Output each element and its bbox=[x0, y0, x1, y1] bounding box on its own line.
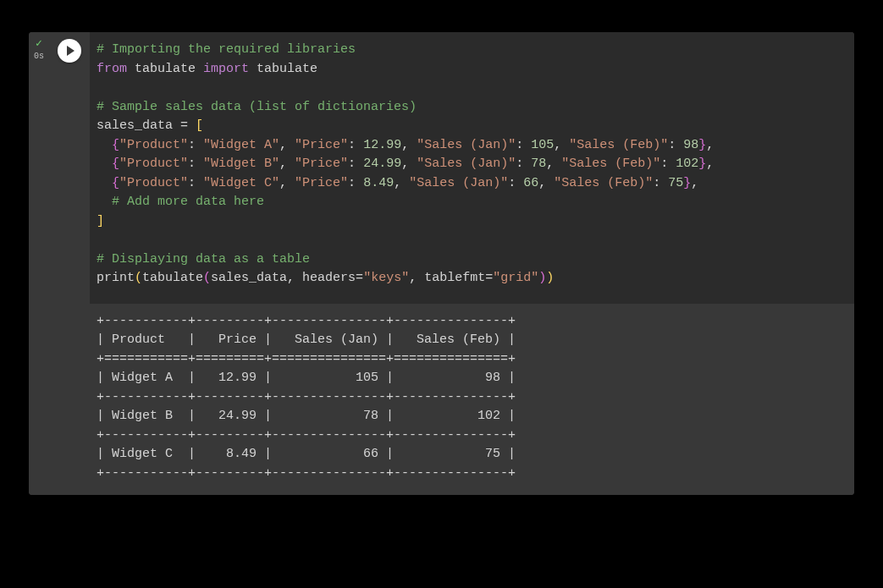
open-brace: { bbox=[112, 138, 119, 152]
output-line: | Widget B | 24.99 | 78 | 102 | bbox=[97, 409, 516, 423]
close-paren: ) bbox=[546, 271, 554, 285]
output-line: +===========+=========+===============+=… bbox=[97, 352, 516, 366]
comma: , bbox=[546, 157, 561, 171]
colon: : bbox=[660, 157, 676, 171]
colon: : bbox=[653, 176, 668, 190]
colon: : bbox=[348, 138, 363, 152]
comma: , bbox=[691, 176, 698, 190]
module-name: tabulate bbox=[127, 62, 203, 76]
dict-key: "Sales (Feb)" bbox=[554, 176, 653, 190]
arg-name: sales_data bbox=[211, 271, 287, 285]
colon: : bbox=[516, 157, 531, 171]
colon: : bbox=[508, 176, 523, 190]
num-literal: 66 bbox=[523, 176, 538, 190]
dict-key: "Price" bbox=[295, 176, 348, 190]
comma: , bbox=[538, 176, 554, 190]
code-area: ✓ 0s # Importing the required libraries … bbox=[29, 32, 854, 304]
output-area: +-----------+---------+---------------+-… bbox=[29, 304, 854, 496]
colon: : bbox=[348, 157, 363, 171]
op-assign: = bbox=[180, 118, 196, 133]
output-line: +-----------+---------+---------------+-… bbox=[97, 390, 516, 404]
open-paren: ( bbox=[203, 271, 211, 285]
import-name: tabulate bbox=[249, 62, 317, 76]
output-line: +-----------+---------+---------------+-… bbox=[97, 314, 516, 328]
dict-key: "Sales (Feb)" bbox=[569, 138, 668, 152]
dict-val: "Widget C" bbox=[203, 176, 279, 190]
num-literal: 105 bbox=[531, 138, 554, 152]
colon: : bbox=[188, 176, 203, 190]
notebook-cell: ✓ 0s # Importing the required libraries … bbox=[29, 32, 854, 495]
num-literal: 75 bbox=[668, 176, 683, 190]
run-column bbox=[49, 32, 90, 304]
code-comment: # Importing the required libraries bbox=[97, 42, 356, 57]
close-bracket: ] bbox=[97, 214, 104, 228]
exec-time-label: 0s bbox=[34, 52, 44, 62]
code-comment: # Displaying data as a table bbox=[97, 252, 310, 267]
colon: : bbox=[668, 138, 683, 152]
play-icon bbox=[67, 46, 75, 56]
dict-key: "Product" bbox=[119, 138, 188, 152]
colon: : bbox=[348, 176, 363, 190]
cell-output: +-----------+---------+---------------+-… bbox=[90, 304, 854, 496]
code-comment: # Sample sales data (list of dictionarie… bbox=[97, 100, 417, 114]
output-line: +-----------+---------+---------------+-… bbox=[97, 466, 516, 481]
comma: , bbox=[279, 138, 295, 152]
dict-val: "Widget A" bbox=[203, 138, 279, 152]
kwarg-key: tablefmt bbox=[424, 271, 485, 285]
output-line: | Widget C | 8.49 | 66 | 75 | bbox=[97, 447, 516, 461]
output-line: | Product | Price | Sales (Jan) | Sales … bbox=[97, 332, 516, 347]
comma: , bbox=[554, 138, 569, 152]
num-literal: 98 bbox=[683, 138, 698, 152]
dict-key: "Sales (Jan)" bbox=[409, 176, 508, 190]
close-brace: } bbox=[698, 138, 706, 152]
output-line: | Widget A | 12.99 | 105 | 98 | bbox=[97, 371, 516, 385]
open-brace: { bbox=[112, 157, 119, 171]
close-brace: } bbox=[698, 157, 706, 171]
output-line: +-----------+---------+---------------+-… bbox=[97, 428, 516, 442]
comma: , bbox=[279, 176, 295, 190]
comma: , bbox=[394, 176, 409, 190]
comma: , bbox=[401, 138, 417, 152]
dict-key: "Product" bbox=[119, 176, 188, 190]
comma: , bbox=[409, 271, 424, 285]
dict-key: "Sales (Jan)" bbox=[417, 138, 516, 152]
close-brace: } bbox=[683, 176, 691, 190]
open-brace: { bbox=[112, 176, 119, 190]
kw-import: import bbox=[203, 62, 249, 76]
open-bracket: [ bbox=[196, 118, 203, 133]
comma: , bbox=[706, 157, 714, 171]
num-literal: 24.99 bbox=[363, 157, 401, 171]
output-gutter bbox=[29, 304, 90, 496]
colon: : bbox=[188, 157, 203, 171]
op-assign: = bbox=[356, 271, 363, 285]
kw-from: from bbox=[97, 62, 127, 76]
comma: , bbox=[401, 157, 417, 171]
colon: : bbox=[188, 138, 203, 152]
dict-key: "Price" bbox=[295, 157, 348, 171]
fn-tabulate: tabulate bbox=[142, 271, 203, 285]
dict-key: "Sales (Feb)" bbox=[561, 157, 660, 171]
code-comment: # Add more data here bbox=[112, 195, 264, 209]
dict-key: "Sales (Jan)" bbox=[417, 157, 516, 171]
num-literal: 102 bbox=[676, 157, 698, 171]
comma: , bbox=[279, 157, 295, 171]
dict-val: "Widget B" bbox=[203, 157, 279, 171]
var-name: sales_data bbox=[97, 118, 180, 133]
kwarg-val: "grid" bbox=[493, 271, 538, 285]
code-editor[interactable]: # Importing the required libraries from … bbox=[90, 32, 854, 304]
num-literal: 8.49 bbox=[363, 176, 394, 190]
check-icon: ✓ bbox=[36, 37, 42, 51]
open-paren: ( bbox=[135, 271, 142, 285]
kwarg-val: "keys" bbox=[363, 271, 409, 285]
num-literal: 12.99 bbox=[363, 138, 401, 152]
dict-key: "Product" bbox=[119, 157, 188, 171]
kwarg-key: headers bbox=[302, 271, 356, 285]
num-literal: 78 bbox=[531, 157, 546, 171]
run-cell-button[interactable] bbox=[58, 39, 81, 63]
comma: , bbox=[287, 271, 302, 285]
fn-print: print bbox=[97, 271, 135, 285]
comma: , bbox=[706, 138, 714, 152]
exec-status-gutter: ✓ 0s bbox=[29, 32, 49, 304]
close-paren: ) bbox=[538, 271, 546, 285]
dict-key: "Price" bbox=[295, 138, 348, 152]
